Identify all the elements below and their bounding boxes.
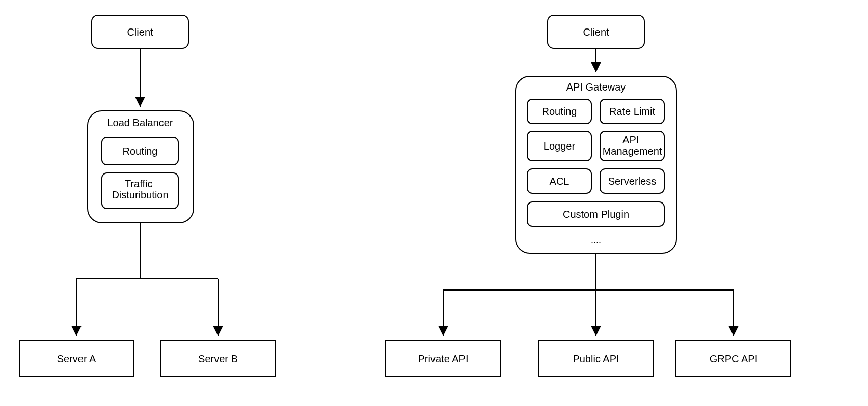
- lb-item-routing-label: Routing: [123, 146, 158, 157]
- gw-item-serverless-label: Serverless: [608, 176, 656, 187]
- load-balancer-title: Load Balancer: [107, 117, 173, 128]
- gw-ellipsis: ....: [591, 235, 601, 245]
- private-api-label: Private API: [418, 353, 469, 364]
- public-api-label: Public API: [573, 353, 619, 364]
- client-label-right: Client: [583, 26, 609, 38]
- server-a-label: Server A: [57, 353, 96, 364]
- gw-item-routing-label: Routing: [542, 106, 577, 117]
- server-b-label: Server B: [198, 353, 238, 364]
- client-label-left: Client: [127, 26, 153, 38]
- gw-item-customplugin-label: Custom Plugin: [563, 209, 629, 220]
- grpc-api-label: GRPC API: [710, 353, 757, 364]
- api-gateway-title: API Gateway: [566, 81, 626, 93]
- gw-item-logger-label: Logger: [544, 140, 576, 152]
- gw-item-acl-label: ACL: [550, 176, 569, 187]
- gw-item-ratelimit-label: Rate Limit: [609, 106, 655, 117]
